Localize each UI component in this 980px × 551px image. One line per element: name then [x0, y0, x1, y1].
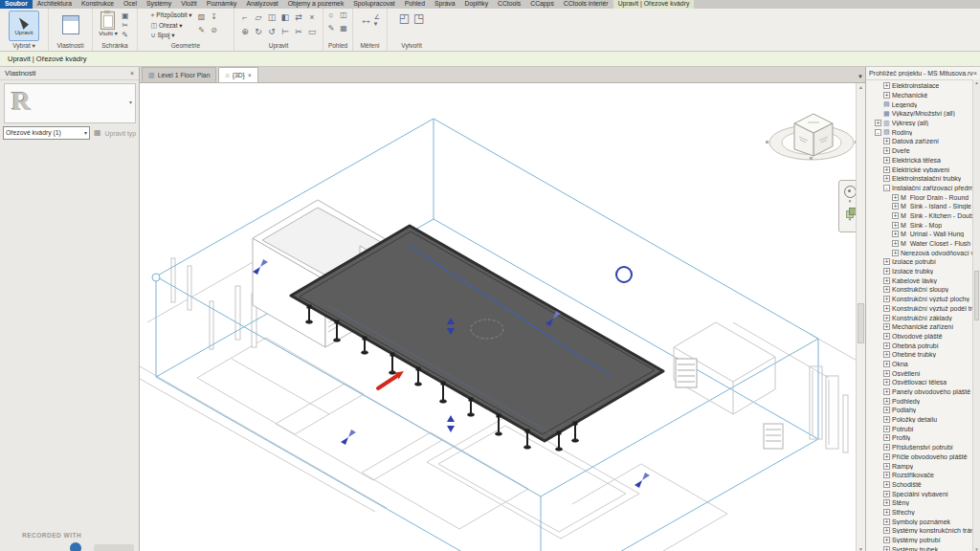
- modify-tool-icon[interactable]: ↻: [252, 25, 265, 38]
- tree-item[interactable]: + Systémy konstrukčních trámů: [866, 526, 980, 536]
- scroll-down-icon[interactable]: ▼: [857, 546, 865, 551]
- tree-expander[interactable]: +: [883, 268, 890, 275]
- tree-expander[interactable]: +: [892, 240, 899, 247]
- ribbon-tab[interactable]: Architektura: [33, 0, 77, 9]
- tree-item[interactable]: + Profily: [866, 433, 980, 443]
- tree-item[interactable]: + M_Urinal - Wall Hung: [866, 230, 980, 239]
- tree-item[interactable]: + Osvětlení: [866, 368, 980, 378]
- geometry-tool-icon[interactable]: ↧: [209, 12, 220, 22]
- tree-expander[interactable]: +: [892, 250, 899, 256]
- tree-expander[interactable]: +: [892, 231, 899, 237]
- tree-item[interactable]: + Mechanické zařízení: [866, 322, 980, 332]
- tree-expander[interactable]: +: [875, 120, 881, 126]
- tree-expander[interactable]: +: [883, 499, 890, 506]
- tree-item[interactable]: + Symboly poznámek: [866, 517, 980, 526]
- tree-item[interactable]: + Elektroinstalace: [866, 81, 980, 91]
- wheel-dropdown-icon[interactable]: ▾: [849, 198, 852, 204]
- tree-item[interactable]: + M_Floor Drain - Round: [866, 192, 980, 202]
- steering-wheel-icon[interactable]: [844, 186, 857, 198]
- tree-expander[interactable]: +: [883, 434, 890, 441]
- 3d-viewport[interactable]: ▾ ▾ ▲ ▼: [140, 83, 865, 551]
- modify-tool-icon[interactable]: ×: [305, 11, 319, 24]
- tree-expander[interactable]: -: [883, 185, 890, 191]
- tree-expander[interactable]: +: [892, 203, 899, 209]
- tree-expander[interactable]: +: [883, 305, 890, 312]
- tree-expander[interactable]: +: [883, 147, 890, 154]
- tree-item[interactable]: - Instalační zařizovací předměty: [866, 184, 980, 193]
- ribbon-tab[interactable]: Soubor: [0, 0, 33, 9]
- ribbon-tab[interactable]: Správa: [430, 0, 460, 9]
- tree-expander[interactable]: +: [883, 258, 890, 265]
- tree-expander[interactable]: +: [883, 491, 890, 497]
- ribbon-tab[interactable]: Systémy: [142, 0, 176, 9]
- tree-item[interactable]: ▦ Výkazy/Množství (all): [866, 109, 980, 119]
- tree-expander[interactable]: +: [883, 416, 890, 423]
- tree-item[interactable]: + Střechy: [866, 508, 980, 518]
- drag-arrow-diagonal[interactable]: [635, 473, 650, 488]
- tree-expander[interactable]: +: [883, 463, 890, 470]
- modify-tool-icon[interactable]: ▱: [252, 11, 265, 24]
- project-browser-close-icon[interactable]: ×: [973, 70, 980, 77]
- cut-tool[interactable]: ◫Ořezat ▾: [150, 21, 191, 32]
- geometry-tool-icon[interactable]: ▨: [196, 12, 208, 22]
- edit-type-button[interactable]: Upravit typ: [105, 130, 136, 137]
- tree-expander[interactable]: +: [883, 166, 890, 173]
- ribbon-tab[interactable]: Ocel: [119, 0, 142, 9]
- properties-close-icon[interactable]: ×: [130, 70, 139, 77]
- tree-item[interactable]: + Schodiště: [866, 480, 980, 490]
- modify-tool-icon[interactable]: ⇄: [292, 11, 305, 24]
- scroll-up-icon[interactable]: ▲: [857, 84, 865, 90]
- tree-item[interactable]: + Panely obvodového pláště: [866, 387, 980, 397]
- ribbon-tab[interactable]: Objemy a pozemek: [283, 0, 349, 9]
- tree-expander[interactable]: +: [883, 315, 890, 321]
- tree-item[interactable]: + Konstrukční výztuž podél trajek: [866, 304, 980, 314]
- tree-item[interactable]: + Datová zařízení: [866, 137, 980, 146]
- measure-icon[interactable]: ↔: [360, 12, 372, 27]
- modify-tool-icon[interactable]: ✂: [292, 25, 305, 38]
- clipboard-tool-icon[interactable]: ▣: [120, 11, 131, 21]
- modify-tool-icon[interactable]: ⌐: [238, 11, 252, 24]
- tree-expander[interactable]: +: [883, 407, 890, 413]
- create-tool-icon[interactable]: ◰: [399, 11, 410, 25]
- tree-item[interactable]: + M_Sink - Kitchen - Double: [866, 211, 980, 221]
- tree-item[interactable]: + Konstrukční sloupy: [866, 285, 980, 295]
- tree-item[interactable]: + Příčle obvodového pláště: [866, 452, 980, 462]
- tree-item[interactable]: + Izolace potrubí: [866, 257, 980, 267]
- tree-expander[interactable]: +: [883, 323, 890, 330]
- tree-expander[interactable]: +: [883, 82, 890, 89]
- modify-tool-icon[interactable]: ▭: [305, 25, 319, 38]
- tree-item[interactable]: + Kabelové lávky: [866, 276, 980, 285]
- tree-expander[interactable]: +: [883, 509, 890, 516]
- modify-tool-icon[interactable]: ↺: [265, 25, 278, 38]
- tree-expander[interactable]: +: [883, 351, 890, 358]
- tree-expander[interactable]: +: [883, 286, 890, 293]
- tree-item[interactable]: + Stěny: [866, 498, 980, 508]
- tree-item[interactable]: + Obvodové pláště: [866, 332, 980, 342]
- view-tab[interactable]: ▥ Level 1 Floor Plan: [142, 67, 216, 82]
- view-tool-icon[interactable]: ▦: [338, 24, 349, 33]
- tree-item[interactable]: + Potrubí: [866, 424, 980, 433]
- scroll-up-icon[interactable]: ▲: [973, 80, 980, 85]
- tree-expander[interactable]: +: [883, 481, 890, 488]
- rotate-control[interactable]: [616, 267, 632, 282]
- tree-expander[interactable]: +: [892, 194, 899, 201]
- clipboard-tool-icon[interactable]: ✂: [120, 21, 131, 31]
- geometry-tool-icon[interactable]: ✎: [196, 26, 208, 35]
- drag-arrow-diagonal[interactable]: [341, 430, 356, 445]
- modify-tool-icon[interactable]: ◧: [278, 11, 292, 24]
- tree-expander[interactable]: +: [883, 92, 890, 99]
- tree-item[interactable]: + M_Sink - Mop: [866, 220, 980, 230]
- canvas-scrollbar[interactable]: ▲ ▼: [856, 83, 865, 551]
- view-tool-icon[interactable]: ◫: [338, 11, 349, 20]
- tree-expander[interactable]: -: [875, 129, 881, 136]
- ribbon-tab[interactable]: CCapps: [525, 0, 559, 9]
- viewcube[interactable]: [766, 114, 858, 160]
- tree-item[interactable]: + Nerezová odvodňovací van: [866, 248, 980, 257]
- select-group-label[interactable]: Vybrat ▾: [12, 41, 35, 51]
- ribbon-tab[interactable]: Analyzovat: [241, 0, 282, 9]
- ribbon-tab[interactable]: CCtools: [493, 0, 525, 9]
- view-tab[interactable]: ⌂ {3D} ×: [218, 67, 257, 82]
- tree-item[interactable]: + Elektrická tělesa: [866, 156, 980, 165]
- tree-item[interactable]: + Konstrukční výztuž plochy: [866, 295, 980, 304]
- tree-expander[interactable]: +: [883, 296, 890, 302]
